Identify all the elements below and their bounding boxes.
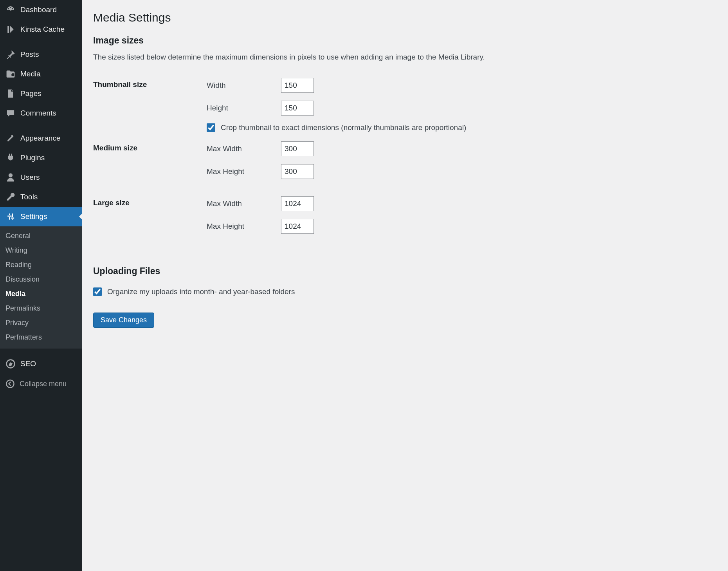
sidebar-item-label: Plugins (20, 154, 45, 162)
sidebar-item-label: Posts (20, 50, 39, 59)
thumb-height-label: Height (207, 104, 281, 112)
submenu-item-writing[interactable]: Writing (0, 243, 82, 258)
sidebar-item-label: Dashboard (20, 5, 57, 14)
sidebar-item-label: Kinsta Cache (20, 25, 65, 34)
crop-thumbnail-checkbox[interactable] (207, 123, 215, 132)
submenu-item-reading[interactable]: Reading (0, 258, 82, 272)
sidebar-item-pages[interactable]: Pages (0, 84, 82, 103)
medium-height-label: Max Height (207, 167, 281, 176)
sidebar-item-seo[interactable]: SEO (0, 354, 82, 374)
submenu-item-permalinks[interactable]: Permalinks (0, 301, 82, 316)
large-height-input[interactable] (281, 219, 314, 234)
submenu-item-privacy[interactable]: Privacy (0, 316, 82, 330)
medium-size-label: Medium size (93, 137, 207, 192)
large-size-label: Large size (93, 192, 207, 247)
large-width-input[interactable] (281, 196, 314, 211)
medium-height-input[interactable] (281, 164, 314, 179)
large-width-label: Max Width (207, 199, 281, 208)
submenu-item-discussion[interactable]: Discussion (0, 272, 82, 287)
page-body: Media Settings Image sizes The sizes lis… (82, 0, 728, 571)
sidebar-item-label: Tools (20, 193, 38, 201)
pin-icon (5, 49, 16, 60)
appearance-icon (5, 133, 16, 143)
organize-uploads-label[interactable]: Organize my uploads into month- and year… (93, 287, 717, 296)
sidebar-item-label: Users (20, 173, 40, 182)
organize-uploads-checkbox[interactable] (93, 287, 102, 296)
sidebar-item-media[interactable]: Media (0, 64, 82, 84)
crop-thumbnail-label[interactable]: Crop thumbnail to exact dimensions (norm… (207, 123, 717, 132)
dashboard-icon (5, 5, 16, 15)
medium-width-label: Max Width (207, 145, 281, 153)
sidebar-item-settings[interactable]: Settings (0, 207, 82, 226)
uploading-files-heading: Uploading Files (93, 266, 717, 276)
users-icon (5, 172, 16, 183)
organize-uploads-text: Organize my uploads into month- and year… (107, 287, 295, 296)
seo-icon (5, 359, 16, 369)
thumb-width-input[interactable] (281, 78, 314, 93)
pages-icon (5, 89, 16, 99)
sidebar-item-dashboard[interactable]: Dashboard (0, 0, 82, 20)
sidebar-item-label: Settings (20, 212, 47, 221)
plugins-icon (5, 153, 16, 163)
admin-sidebar: Dashboard Kinsta Cache Posts Media Pages… (0, 0, 82, 571)
page-title: Media Settings (93, 11, 717, 24)
svg-point-1 (6, 380, 14, 387)
collapse-icon (5, 379, 15, 388)
sidebar-item-kinsta-cache[interactable]: Kinsta Cache (0, 20, 82, 39)
large-height-label: Max Height (207, 222, 281, 231)
sidebar-item-posts[interactable]: Posts (0, 45, 82, 64)
comments-icon (5, 108, 16, 118)
sidebar-item-label: SEO (20, 360, 36, 368)
crop-thumbnail-text: Crop thumbnail to exact dimensions (norm… (221, 123, 466, 132)
sidebar-item-label: Pages (20, 89, 41, 98)
image-sizes-heading: Image sizes (93, 35, 717, 46)
submenu-item-perfmatters[interactable]: Perfmatters (0, 330, 82, 345)
sidebar-item-label: Media (20, 70, 41, 78)
image-sizes-description: The sizes listed below determine the max… (93, 53, 717, 61)
settings-icon (5, 211, 16, 222)
submenu-item-general[interactable]: General (0, 229, 82, 243)
submenu-item-media[interactable]: Media (0, 287, 82, 301)
sidebar-item-comments[interactable]: Comments (0, 103, 82, 123)
thumbnail-size-label: Thumbnail size (93, 74, 207, 137)
image-sizes-table: Thumbnail size Width Height Crop thumbna… (93, 74, 717, 247)
sidebar-item-tools[interactable]: Tools (0, 187, 82, 207)
media-icon (5, 69, 16, 79)
settings-submenu: General Writing Reading Discussion Media… (0, 226, 82, 349)
thumb-width-label: Width (207, 81, 281, 90)
sidebar-item-appearance[interactable]: Appearance (0, 128, 82, 148)
save-changes-button[interactable]: Save Changes (93, 313, 154, 328)
sidebar-item-plugins[interactable]: Plugins (0, 148, 82, 168)
thumb-height-input[interactable] (281, 101, 314, 116)
sidebar-item-label: Appearance (20, 134, 60, 143)
collapse-menu-button[interactable]: Collapse menu (0, 374, 82, 394)
sidebar-item-label: Comments (20, 109, 56, 117)
medium-width-input[interactable] (281, 141, 314, 156)
sidebar-item-users[interactable]: Users (0, 168, 82, 187)
tools-icon (5, 192, 16, 202)
collapse-label: Collapse menu (20, 380, 67, 388)
kinsta-icon (5, 24, 16, 34)
